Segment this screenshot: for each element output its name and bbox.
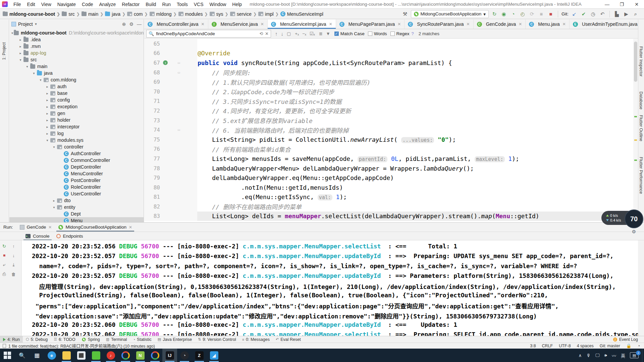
chevron-down-icon[interactable]: ▼	[35, 22, 38, 26]
breadcrumb-item-service[interactable]: service❯	[230, 11, 258, 17]
explorer-icon[interactable]	[59, 349, 74, 362]
tree-expand-icon[interactable]: ▸	[52, 199, 56, 202]
stop-icon[interactable]: ■	[547, 10, 554, 18]
search-history-icon[interactable]: ⟲	[259, 31, 263, 36]
notepad-icon[interactable]: N	[133, 349, 148, 362]
tree-expand-icon[interactable]: ▸	[45, 85, 50, 88]
tree-collapse-icon[interactable]: ▾	[52, 205, 56, 209]
capture-icon[interactable]	[148, 349, 162, 362]
build-hammer-icon[interactable]: ⚒	[401, 10, 409, 18]
tree-item-base[interactable]: ▸base	[9, 90, 144, 97]
toolwindow-TODO[interactable]: ☰6: TODO	[51, 336, 78, 343]
menu-tools[interactable]: Tools	[174, 0, 191, 9]
edge-icon[interactable]: e	[44, 349, 59, 362]
tree-item-mldong-course-boot[interactable]: ▾mldong-course-bootD:\mldong\course-work…	[9, 29, 144, 36]
breadcrumb-item-com[interactable]: com❯	[127, 11, 150, 17]
music-icon[interactable]: ♪	[103, 349, 118, 362]
clear-icon[interactable]: 🗑	[11, 271, 17, 277]
run-anything-icon[interactable]: ▶	[623, 10, 630, 18]
vscode-icon[interactable]: ◢	[207, 349, 221, 362]
option-words[interactable]: Words	[368, 31, 387, 36]
add-occurrence-icon[interactable]: +ₓ	[295, 31, 299, 36]
breadcrumb-item-java[interactable]: java❯	[105, 11, 127, 17]
tab-SyncRouteParam.java[interactable]: CSyncRouteParam.java✕	[405, 19, 473, 29]
tree-item-.idea[interactable]: ▸.idea	[9, 36, 144, 43]
minimize-button[interactable]: —	[600, 0, 614, 8]
regex-help-icon[interactable]: ?	[412, 31, 414, 36]
close-tab-icon[interactable]: ✕	[397, 22, 401, 26]
close-tab-icon[interactable]: ✕	[129, 225, 132, 230]
chrome-icon[interactable]	[118, 349, 133, 362]
tree-expand-icon[interactable]: ▸	[45, 132, 50, 135]
toolwindow-Debug[interactable]: ⬡5: Debug	[23, 336, 51, 343]
select-all-occurrences-icon[interactable]: ☑ₓ	[310, 31, 315, 36]
tree-item-app-log[interactable]: ▸app-log	[9, 50, 144, 56]
tree-item-holder[interactable]: ▸holder	[9, 117, 144, 123]
monitor-ball[interactable]: 70	[625, 209, 643, 228]
tree-expand-icon[interactable]: ▸	[45, 92, 50, 95]
tab-MenuService.java[interactable]: IMenuService.java✕	[208, 19, 268, 29]
tree-expand-icon[interactable]: ▸	[18, 51, 23, 55]
tree-collapse-icon[interactable]: ▾	[18, 58, 23, 62]
tree-expand-icon[interactable]: ▸	[18, 45, 23, 48]
console-tab-Endpoints[interactable]: Endpoints	[53, 232, 87, 240]
menu-help[interactable]: Help	[229, 0, 245, 9]
tab-MenuController.java[interactable]: CMenuController.java✕	[144, 19, 208, 29]
search-button[interactable]: 🔍	[15, 349, 30, 362]
menu-refactor[interactable]: Refactor	[119, 0, 143, 9]
tree-item-.mvn[interactable]: ▸.mvn	[9, 43, 144, 50]
clear-search-icon[interactable]: ✕	[265, 31, 269, 36]
tray-volume-icon[interactable]: 🕪	[604, 353, 607, 358]
tool-window-button-FlutterInspector[interactable]: Flutter Inspector	[639, 46, 643, 76]
menu-vcs[interactable]: VCS	[191, 0, 207, 9]
editor-scrollbar[interactable]	[633, 39, 638, 222]
gear-icon[interactable]: ⚙	[129, 21, 133, 27]
build-steps-icon[interactable]: ≡	[538, 10, 545, 18]
tree-expand-icon[interactable]: ▸	[18, 38, 23, 42]
close-button[interactable]: ✕	[629, 0, 644, 8]
toolwindow-JavaEnterprise[interactable]: ▤Java Enterprise	[155, 336, 195, 343]
structure-view-icon[interactable]: ▙	[613, 10, 621, 18]
debug-icon[interactable]: ◉	[500, 10, 507, 18]
tree-expand-icon[interactable]: ▸	[45, 105, 50, 109]
tree-item-entity[interactable]: ▾entity	[9, 204, 144, 210]
run-icon[interactable]: ↻	[491, 10, 498, 18]
menu-navigate[interactable]: Navigate	[54, 0, 79, 9]
breadcrumb-item-sys[interactable]: sys❯	[210, 11, 230, 17]
tree-item-CommonController[interactable]: CCommonController	[9, 157, 144, 164]
lock-icon[interactable]: 🔒	[626, 343, 632, 348]
close-tab-icon[interactable]: ✕	[201, 22, 205, 26]
tree-item-log[interactable]: ▸log	[9, 130, 144, 137]
tool-window-button-Project[interactable]: 1: Project	[2, 42, 6, 60]
git-rollback-icon[interactable]: ↶	[599, 10, 606, 18]
scrollbar-thumb[interactable]	[634, 42, 637, 82]
menu-file[interactable]: File	[10, 0, 24, 9]
menu-edit[interactable]: Edit	[24, 0, 38, 9]
tree-item-RoleController[interactable]: CRoleController	[9, 184, 144, 190]
tree-collapse-icon[interactable]: ▾	[38, 78, 43, 82]
tree-expand-icon[interactable]: ▸	[45, 112, 50, 115]
filter-icon[interactable]: ▼	[326, 31, 330, 36]
tree-collapse-icon[interactable]: ▾	[32, 71, 36, 75]
tool-window-button-FlutterOutline[interactable]: Flutter Outline	[639, 115, 643, 141]
tree-item-UserController[interactable]: CUserController	[9, 190, 144, 197]
tree-item-config[interactable]: ▸config	[9, 97, 144, 103]
tree-item-gen[interactable]: ▸gen	[9, 110, 144, 117]
up-stack-icon[interactable]: ↑	[11, 243, 17, 249]
run-tab-GenCode[interactable]: GenCode✕	[16, 223, 55, 232]
tree-item-Menu[interactable]: CMenu	[9, 217, 144, 222]
rerun-icon[interactable]: ⟳	[528, 10, 536, 18]
breadcrumb-item-mldong[interactable]: mldong❯	[150, 11, 178, 17]
stop-icon[interactable]: ■	[1, 252, 7, 258]
task-view-button[interactable]: ▦	[30, 349, 44, 362]
tray-expand-icon[interactable]: ∧	[579, 353, 582, 358]
menu-analyze[interactable]: Analyze	[96, 0, 119, 9]
fold-marker-icon[interactable]: ▭	[178, 70, 180, 75]
find-in-selection-icon[interactable]: ▢	[287, 31, 291, 36]
project-header-label[interactable]: Project	[18, 21, 33, 27]
tray-display-icon[interactable]: 🖵	[595, 353, 600, 358]
ime-indicator[interactable]: 英	[621, 352, 625, 359]
search-input[interactable]: 🔍 findOneByAppCodeAndCode ⟲ ✕	[146, 30, 271, 38]
search-everywhere-icon[interactable]: ⌕	[632, 10, 639, 18]
toolwindow-Messages[interactable]: ≡0: Messages	[239, 336, 273, 343]
